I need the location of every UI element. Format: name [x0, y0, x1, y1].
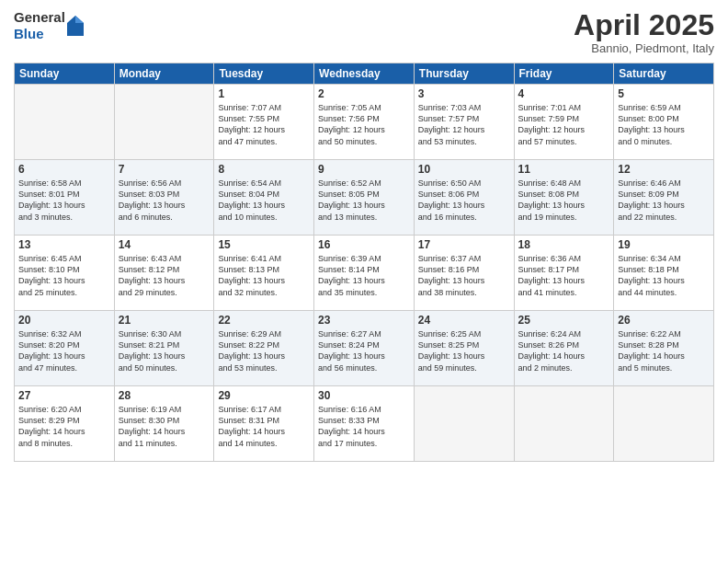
- table-row: 3Sunrise: 7:03 AM Sunset: 7:57 PM Daylig…: [414, 85, 514, 160]
- header-wednesday: Wednesday: [314, 63, 415, 85]
- day-number: 21: [119, 314, 210, 327]
- day-number: 23: [318, 314, 410, 327]
- table-row: 13Sunrise: 6:45 AM Sunset: 8:10 PM Dayli…: [15, 236, 115, 311]
- day-info: Sunrise: 6:54 AM Sunset: 8:04 PM Dayligh…: [218, 178, 310, 223]
- table-row: 26Sunrise: 6:22 AM Sunset: 8:28 PM Dayli…: [614, 311, 714, 386]
- day-number: 24: [418, 314, 510, 327]
- table-row: 14Sunrise: 6:43 AM Sunset: 8:12 PM Dayli…: [114, 236, 214, 311]
- day-number: 27: [18, 389, 110, 402]
- calendar-week-row: 1Sunrise: 7:07 AM Sunset: 7:55 PM Daylig…: [15, 85, 714, 160]
- header-monday: Monday: [114, 63, 214, 85]
- calendar-week-row: 27Sunrise: 6:20 AM Sunset: 8:29 PM Dayli…: [15, 386, 714, 462]
- header-friday: Friday: [514, 63, 614, 85]
- table-row: 19Sunrise: 6:34 AM Sunset: 8:18 PM Dayli…: [614, 236, 714, 311]
- table-row: 30Sunrise: 6:16 AM Sunset: 8:33 PM Dayli…: [314, 386, 415, 462]
- day-info: Sunrise: 6:20 AM Sunset: 8:29 PM Dayligh…: [18, 404, 110, 449]
- table-row: 7Sunrise: 6:56 AM Sunset: 8:03 PM Daylig…: [114, 160, 214, 236]
- day-info: Sunrise: 6:27 AM Sunset: 8:24 PM Dayligh…: [318, 328, 410, 373]
- day-info: Sunrise: 6:59 AM Sunset: 8:00 PM Dayligh…: [618, 102, 710, 147]
- logo-icon: [67, 16, 84, 36]
- day-info: Sunrise: 7:07 AM Sunset: 7:55 PM Dayligh…: [218, 102, 310, 147]
- calendar-week-row: 6Sunrise: 6:58 AM Sunset: 8:01 PM Daylig…: [15, 160, 714, 236]
- day-info: Sunrise: 6:36 AM Sunset: 8:17 PM Dayligh…: [518, 253, 610, 298]
- day-number: 16: [318, 238, 410, 251]
- table-row: 5Sunrise: 6:59 AM Sunset: 8:00 PM Daylig…: [614, 85, 714, 160]
- day-number: 4: [518, 87, 610, 100]
- day-info: Sunrise: 6:52 AM Sunset: 8:05 PM Dayligh…: [318, 178, 410, 223]
- day-number: 11: [518, 163, 610, 176]
- day-info: Sunrise: 6:46 AM Sunset: 8:09 PM Dayligh…: [618, 178, 710, 223]
- header-sunday: Sunday: [15, 63, 115, 85]
- day-info: Sunrise: 6:17 AM Sunset: 8:31 PM Dayligh…: [218, 404, 310, 449]
- day-number: 5: [618, 87, 710, 100]
- table-row: 6Sunrise: 6:58 AM Sunset: 8:01 PM Daylig…: [15, 160, 115, 236]
- table-row: [514, 386, 614, 462]
- day-number: 22: [218, 314, 310, 327]
- header-thursday: Thursday: [414, 63, 514, 85]
- table-row: 10Sunrise: 6:50 AM Sunset: 8:06 PM Dayli…: [414, 160, 514, 236]
- day-number: 12: [618, 163, 710, 176]
- day-number: 17: [418, 238, 510, 251]
- calendar-week-row: 20Sunrise: 6:32 AM Sunset: 8:20 PM Dayli…: [15, 311, 714, 386]
- day-info: Sunrise: 6:50 AM Sunset: 8:06 PM Dayligh…: [418, 178, 510, 223]
- day-number: 30: [318, 389, 410, 402]
- table-row: [114, 85, 214, 160]
- table-row: 25Sunrise: 6:24 AM Sunset: 8:26 PM Dayli…: [514, 311, 614, 386]
- table-row: 8Sunrise: 6:54 AM Sunset: 8:04 PM Daylig…: [214, 160, 314, 236]
- table-row: 24Sunrise: 6:25 AM Sunset: 8:25 PM Dayli…: [414, 311, 514, 386]
- day-number: 6: [18, 163, 110, 176]
- weekday-header-row: Sunday Monday Tuesday Wednesday Thursday…: [15, 63, 714, 85]
- day-info: Sunrise: 6:29 AM Sunset: 8:22 PM Dayligh…: [218, 328, 310, 373]
- day-info: Sunrise: 6:41 AM Sunset: 8:13 PM Dayligh…: [218, 253, 310, 298]
- day-number: 25: [518, 314, 610, 327]
- table-row: 17Sunrise: 6:37 AM Sunset: 8:16 PM Dayli…: [414, 236, 514, 311]
- table-row: 21Sunrise: 6:30 AM Sunset: 8:21 PM Dayli…: [114, 311, 214, 386]
- location-subtitle: Bannio, Piedmont, Italy: [574, 41, 714, 55]
- day-number: 15: [218, 238, 310, 251]
- page: General Blue April 2025 Bannio, Piedmont…: [0, 0, 728, 563]
- day-info: Sunrise: 6:56 AM Sunset: 8:03 PM Dayligh…: [119, 178, 210, 223]
- day-info: Sunrise: 6:25 AM Sunset: 8:25 PM Dayligh…: [418, 328, 510, 373]
- table-row: 16Sunrise: 6:39 AM Sunset: 8:14 PM Dayli…: [314, 236, 415, 311]
- day-info: Sunrise: 6:30 AM Sunset: 8:21 PM Dayligh…: [119, 328, 210, 373]
- day-info: Sunrise: 6:48 AM Sunset: 8:08 PM Dayligh…: [518, 178, 610, 223]
- table-row: 12Sunrise: 6:46 AM Sunset: 8:09 PM Dayli…: [614, 160, 714, 236]
- day-info: Sunrise: 6:22 AM Sunset: 8:28 PM Dayligh…: [618, 328, 710, 373]
- logo: General Blue: [14, 9, 84, 42]
- day-info: Sunrise: 6:37 AM Sunset: 8:16 PM Dayligh…: [418, 253, 510, 298]
- table-row: 2Sunrise: 7:05 AM Sunset: 7:56 PM Daylig…: [314, 85, 415, 160]
- day-info: Sunrise: 6:43 AM Sunset: 8:12 PM Dayligh…: [119, 253, 210, 298]
- day-number: 29: [218, 389, 310, 402]
- day-info: Sunrise: 6:39 AM Sunset: 8:14 PM Dayligh…: [318, 253, 410, 298]
- day-number: 1: [218, 87, 310, 100]
- header: General Blue April 2025 Bannio, Piedmont…: [14, 9, 714, 55]
- table-row: 28Sunrise: 6:19 AM Sunset: 8:30 PM Dayli…: [114, 386, 214, 462]
- table-row: 20Sunrise: 6:32 AM Sunset: 8:20 PM Dayli…: [15, 311, 115, 386]
- table-row: 1Sunrise: 7:07 AM Sunset: 7:55 PM Daylig…: [214, 85, 314, 160]
- table-row: 29Sunrise: 6:17 AM Sunset: 8:31 PM Dayli…: [214, 386, 314, 462]
- day-info: Sunrise: 7:01 AM Sunset: 7:59 PM Dayligh…: [518, 102, 610, 147]
- day-number: 13: [18, 238, 110, 251]
- month-title: April 2025: [574, 9, 714, 41]
- day-info: Sunrise: 6:34 AM Sunset: 8:18 PM Dayligh…: [618, 253, 710, 298]
- table-row: 23Sunrise: 6:27 AM Sunset: 8:24 PM Dayli…: [314, 311, 415, 386]
- day-number: 19: [618, 238, 710, 251]
- day-number: 26: [618, 314, 710, 327]
- day-info: Sunrise: 6:24 AM Sunset: 8:26 PM Dayligh…: [518, 328, 610, 373]
- table-row: 9Sunrise: 6:52 AM Sunset: 8:05 PM Daylig…: [314, 160, 415, 236]
- calendar: Sunday Monday Tuesday Wednesday Thursday…: [14, 63, 714, 462]
- table-row: [414, 386, 514, 462]
- table-row: [15, 85, 115, 160]
- table-row: 11Sunrise: 6:48 AM Sunset: 8:08 PM Dayli…: [514, 160, 614, 236]
- title-block: April 2025 Bannio, Piedmont, Italy: [574, 9, 714, 55]
- logo-blue: Blue: [14, 26, 65, 42]
- table-row: 18Sunrise: 6:36 AM Sunset: 8:17 PM Dayli…: [514, 236, 614, 311]
- day-number: 2: [318, 87, 410, 100]
- day-info: Sunrise: 7:05 AM Sunset: 7:56 PM Dayligh…: [318, 102, 410, 147]
- day-number: 20: [18, 314, 110, 327]
- day-info: Sunrise: 6:58 AM Sunset: 8:01 PM Dayligh…: [18, 178, 110, 223]
- day-number: 18: [518, 238, 610, 251]
- table-row: 4Sunrise: 7:01 AM Sunset: 7:59 PM Daylig…: [514, 85, 614, 160]
- svg-marker-1: [75, 16, 84, 23]
- header-saturday: Saturday: [614, 63, 714, 85]
